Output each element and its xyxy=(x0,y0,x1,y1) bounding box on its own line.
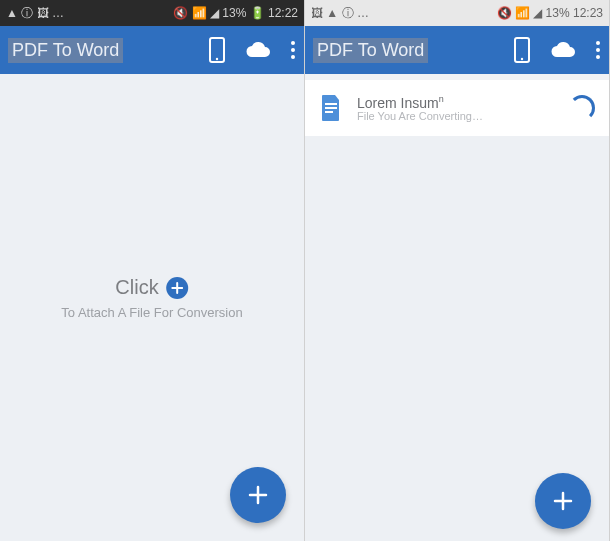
fab-add-button[interactable] xyxy=(535,473,591,529)
click-line: Click xyxy=(15,276,289,299)
status-right: 🔇 📶 ◢ 13% 🔋 12:22 xyxy=(173,6,298,20)
status-left-icons: ▲ ⓘ 🖼 … xyxy=(6,5,64,22)
svg-point-1 xyxy=(216,58,218,60)
svg-point-6 xyxy=(521,58,523,60)
file-item-subtitle: File You Are Converting… xyxy=(357,110,555,122)
app-title: PDF To Word xyxy=(313,38,428,63)
document-icon xyxy=(319,94,343,122)
app-bar-actions xyxy=(513,37,601,63)
more-icon[interactable] xyxy=(595,40,601,60)
svg-rect-11 xyxy=(325,107,337,109)
plus-badge-icon[interactable] xyxy=(167,277,189,299)
status-right: 🔇 📶 ◢ 13% 12:23 xyxy=(497,6,603,20)
content-area: Lorem Insumn File You Are Converting… xyxy=(305,80,609,541)
status-right-cluster: 🔇 📶 ◢ 13% 🔋 12:22 xyxy=(173,6,298,20)
file-title-text: Lorem Insum xyxy=(357,94,439,110)
fab-add-button[interactable] xyxy=(230,467,286,523)
phone-icon[interactable] xyxy=(513,37,531,63)
prompt-subtitle: To Attach A File For Conversion xyxy=(15,305,289,320)
file-item-texts: Lorem Insumn File You Are Converting… xyxy=(357,94,555,123)
status-left-icons: 🖼 ▲ ⓘ … xyxy=(311,5,369,22)
svg-point-7 xyxy=(596,41,600,45)
click-text: Click xyxy=(115,276,158,299)
svg-rect-12 xyxy=(325,111,333,113)
cloud-icon[interactable] xyxy=(549,41,577,59)
more-icon[interactable] xyxy=(290,40,296,60)
status-bar: 🖼 ▲ ⓘ … 🔇 📶 ◢ 13% 12:23 xyxy=(305,0,609,26)
svg-point-4 xyxy=(291,55,295,59)
status-bar: ▲ ⓘ 🖼 … 🔇 📶 ◢ 13% 🔋 12:22 xyxy=(0,0,304,26)
file-list-item[interactable]: Lorem Insumn File You Are Converting… xyxy=(305,80,609,136)
svg-point-9 xyxy=(596,55,600,59)
app-bar: PDF To Word xyxy=(305,26,609,74)
status-left: 🖼 ▲ ⓘ … xyxy=(311,5,369,22)
svg-point-8 xyxy=(596,48,600,52)
content-area: Click To Attach A File For Conversion xyxy=(0,74,304,541)
cloud-icon[interactable] xyxy=(244,41,272,59)
file-title-sup: n xyxy=(439,94,444,104)
app-bar-actions xyxy=(208,37,296,63)
status-left: ▲ ⓘ 🖼 … xyxy=(6,5,64,22)
screen-left: ▲ ⓘ 🖼 … 🔇 📶 ◢ 13% 🔋 12:22 PDF To Word Cl… xyxy=(0,0,305,541)
svg-rect-10 xyxy=(325,103,337,105)
loading-spinner-icon xyxy=(569,95,595,121)
empty-state-prompt: Click To Attach A File For Conversion xyxy=(15,276,289,320)
phone-icon[interactable] xyxy=(208,37,226,63)
svg-point-3 xyxy=(291,48,295,52)
app-bar: PDF To Word xyxy=(0,26,304,74)
app-title: PDF To Word xyxy=(8,38,123,63)
screen-right: 🖼 ▲ ⓘ … 🔇 📶 ◢ 13% 12:23 PDF To Word xyxy=(305,0,610,541)
file-item-title: Lorem Insumn xyxy=(357,94,555,111)
svg-point-2 xyxy=(291,41,295,45)
status-right-cluster: 🔇 📶 ◢ 13% 12:23 xyxy=(497,6,603,20)
